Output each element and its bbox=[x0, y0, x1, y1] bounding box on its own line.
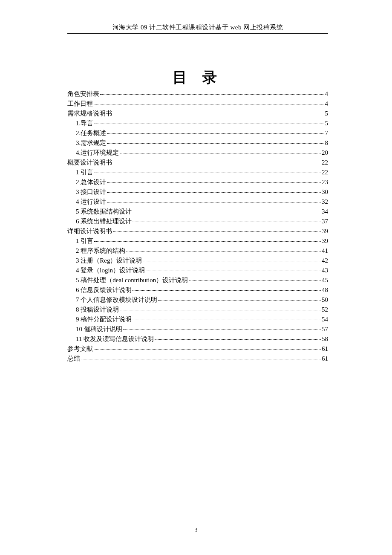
toc-leader bbox=[189, 280, 321, 281]
toc-entry-label: 8 投稿设计说明 bbox=[76, 306, 119, 313]
page: 河海大学 09 计二软件工程课程设计基于 web 网上投稿系统 目 录 角色安排… bbox=[0, 0, 392, 555]
toc-row: 6 系统出错处理设计37 bbox=[67, 218, 328, 225]
toc-entry-label: 6 信息反馈设计说明 bbox=[76, 287, 132, 293]
toc-leader bbox=[133, 320, 321, 320]
toc-entry-label: 3.需求规定 bbox=[76, 140, 106, 146]
toc-entry-page: 43 bbox=[322, 267, 328, 274]
toc-entry-label: 1 引言 bbox=[76, 169, 93, 176]
toc-entry-page: 4 bbox=[325, 101, 329, 107]
toc-leader bbox=[133, 212, 321, 212]
toc-entry-page: 61 bbox=[322, 346, 328, 352]
toc-row: 3 接口设计30 bbox=[67, 189, 328, 195]
toc-row: 需求规格说明书5 bbox=[67, 110, 328, 117]
toc-row: 3.需求规定8 bbox=[67, 140, 328, 146]
toc-entry-label: 4 运行设计 bbox=[76, 199, 106, 205]
toc-entry-label: 4 登录（login）设计说明 bbox=[76, 267, 145, 274]
toc-entry-page: 45 bbox=[322, 277, 328, 283]
toc-entry-label: 角色安排表 bbox=[67, 91, 99, 97]
toc-entry-page: 22 bbox=[322, 169, 328, 176]
toc-leader bbox=[94, 173, 321, 173]
toc-row: 概要设计说明书22 bbox=[67, 159, 328, 166]
toc-entry-label: 2.任务概述 bbox=[76, 130, 106, 136]
toc-leader bbox=[155, 339, 321, 340]
toc-leader bbox=[100, 94, 324, 95]
toc-entry-label: 详细设计说明书 bbox=[67, 228, 112, 234]
toc-entry-page: 58 bbox=[322, 336, 328, 342]
toc-leader bbox=[107, 143, 324, 144]
toc-row: 4 运行设计32 bbox=[67, 199, 328, 205]
toc-row: 工作日程4 bbox=[67, 101, 328, 107]
toc-entry-page: 7 bbox=[325, 130, 329, 136]
toc-entry-page: 54 bbox=[322, 316, 328, 323]
toc-entry-label: 1.导言 bbox=[76, 120, 93, 127]
toc-leader bbox=[120, 310, 321, 310]
toc-row: 1 引言22 bbox=[67, 169, 328, 176]
toc-leader bbox=[120, 153, 321, 153]
toc-entry-page: 48 bbox=[322, 287, 328, 293]
toc-row: 9 稿件分配设计说明54 bbox=[67, 316, 328, 323]
toc-entry-label: 2 程序系统的结构 bbox=[76, 248, 125, 254]
toc-entry-label: 总结 bbox=[67, 356, 80, 362]
toc-entry-page: 42 bbox=[322, 257, 328, 264]
toc-leader bbox=[146, 271, 321, 271]
toc-leader bbox=[94, 349, 321, 350]
toc-row: 10 催稿设计说明57 bbox=[67, 326, 328, 332]
toc-row: 5 系统数据结构设计34 bbox=[67, 208, 328, 215]
toc-row: 5 稿件处理（deal contribution）设计说明45 bbox=[67, 277, 328, 283]
toc-leader bbox=[133, 222, 321, 222]
toc-leader bbox=[94, 104, 324, 104]
toc-entry-page: 41 bbox=[322, 248, 328, 254]
toc-entry-page: 61 bbox=[322, 356, 328, 362]
toc-entry-page: 30 bbox=[322, 189, 328, 195]
toc-row: 2.任务概述7 bbox=[67, 130, 328, 136]
toc-leader bbox=[94, 124, 324, 124]
toc-leader bbox=[107, 202, 321, 202]
toc-entry-page: 20 bbox=[322, 150, 328, 156]
toc-entry-page: 23 bbox=[322, 179, 328, 185]
toc-entry-label: 5 系统数据结构设计 bbox=[76, 208, 132, 215]
toc-entry-label: 参考文献 bbox=[67, 346, 93, 352]
toc-entry-page: 39 bbox=[322, 238, 328, 244]
toc-entry-page: 5 bbox=[325, 120, 329, 127]
table-of-contents: 角色安排表4工作日程4需求规格说明书51.导言52.任务概述73.需求规定84.… bbox=[67, 91, 328, 362]
toc-entry-label: 概要设计说明书 bbox=[67, 159, 112, 166]
toc-entry-label: 4.运行环境规定 bbox=[76, 150, 119, 156]
running-head: 河海大学 09 计二软件工程课程设计基于 web 网上投稿系统 bbox=[67, 23, 328, 34]
toc-entry-label: 2 总体设计 bbox=[76, 179, 106, 185]
toc-entry-label: 7 个人信息修改模块设计说明 bbox=[76, 297, 157, 303]
page-number: 3 bbox=[0, 527, 392, 534]
toc-entry-label: 9 稿件分配设计说明 bbox=[76, 316, 132, 323]
toc-leader bbox=[81, 359, 321, 359]
toc-leader bbox=[123, 330, 321, 330]
toc-row: 6 信息反馈设计说明48 bbox=[67, 287, 328, 293]
toc-row: 4 登录（login）设计说明43 bbox=[67, 267, 328, 274]
toc-entry-label: 需求规格说明书 bbox=[67, 110, 112, 117]
toc-row: 11 收发及读写信息设计说明58 bbox=[67, 336, 328, 342]
toc-entry-page: 34 bbox=[322, 208, 328, 215]
toc-entry-page: 8 bbox=[325, 140, 329, 146]
toc-entry-page: 57 bbox=[322, 326, 328, 332]
toc-entry-page: 5 bbox=[325, 110, 329, 117]
toc-entry-page: 52 bbox=[322, 306, 328, 313]
toc-entry-label: 6 系统出错处理设计 bbox=[76, 218, 132, 225]
toc-entry-label: 5 稿件处理（deal contribution）设计说明 bbox=[76, 277, 188, 283]
toc-leader bbox=[94, 241, 321, 242]
toc-row: 参考文献61 bbox=[67, 346, 328, 352]
toc-row: 总结61 bbox=[67, 356, 328, 362]
toc-leader bbox=[107, 133, 324, 134]
toc-row: 2 总体设计23 bbox=[67, 179, 328, 185]
toc-row: 角色安排表4 bbox=[67, 91, 328, 97]
toc-row: 详细设计说明书39 bbox=[67, 228, 328, 234]
toc-leader bbox=[113, 163, 321, 163]
toc-leader bbox=[158, 300, 321, 301]
toc-entry-label: 10 催稿设计说明 bbox=[76, 326, 122, 332]
toc-leader bbox=[113, 114, 324, 114]
toc-row: 1.导言5 bbox=[67, 120, 328, 127]
toc-entry-label: 3 注册（Reg）设计说明 bbox=[76, 257, 142, 264]
toc-row: 7 个人信息修改模块设计说明50 bbox=[67, 297, 328, 303]
toc-entry-page: 50 bbox=[322, 297, 328, 303]
toc-entry-page: 4 bbox=[325, 91, 329, 97]
toc-leader bbox=[107, 182, 321, 183]
toc-leader bbox=[133, 290, 321, 291]
toc-row: 4.运行环境规定20 bbox=[67, 150, 328, 156]
